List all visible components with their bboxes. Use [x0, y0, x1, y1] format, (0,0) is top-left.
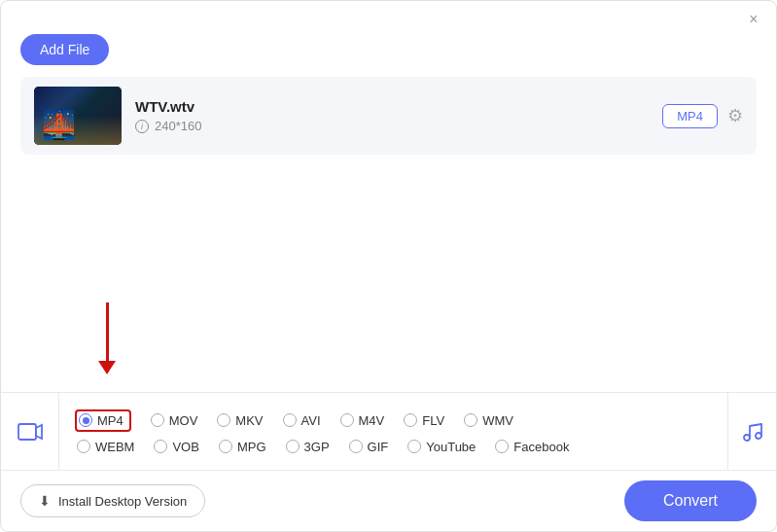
radio-youtube — [407, 440, 421, 453]
format-badge-button[interactable]: MP4 — [662, 104, 718, 128]
radio-flv — [404, 413, 417, 427]
video-format-icon — [1, 393, 59, 470]
format-label-wmv: WMV — [482, 413, 513, 428]
format-label-flv: FLV — [422, 413, 444, 428]
main-window: × Add File WTV.wtv i 240*160 MP4 ⚙ — [0, 0, 777, 532]
install-desktop-button[interactable]: ⬇ Install Desktop Version — [20, 484, 205, 517]
format-option-webm[interactable]: WEBM — [77, 440, 134, 454]
format-label-mkv: MKV — [235, 413, 263, 428]
format-option-flv[interactable]: FLV — [404, 413, 444, 428]
format-row-1: MP4 MOV MKV AVI M4V — [75, 409, 712, 432]
file-item: WTV.wtv i 240*160 MP4 ⚙ — [20, 77, 757, 155]
toolbar: Add File — [1, 28, 776, 77]
file-meta: i 240*160 — [135, 119, 649, 133]
format-label-avi: AVI — [301, 413, 321, 428]
format-options: MP4 MOV MKV AVI M4V — [59, 393, 727, 470]
radio-3gp — [286, 440, 300, 453]
svg-point-2 — [744, 435, 750, 441]
file-list: WTV.wtv i 240*160 MP4 ⚙ — [1, 77, 776, 155]
format-option-gif[interactable]: GIF — [349, 440, 389, 454]
close-button[interactable]: × — [745, 11, 762, 28]
arrow-head — [98, 361, 116, 374]
radio-facebook — [495, 440, 509, 453]
format-option-mp4[interactable]: MP4 — [75, 409, 131, 432]
arrow-line — [106, 302, 109, 361]
format-option-facebook[interactable]: Facebook — [495, 440, 569, 454]
arrow-annotation — [98, 302, 116, 374]
title-bar: × — [1, 1, 776, 28]
file-thumbnail — [34, 87, 122, 145]
format-option-mpg[interactable]: MPG — [219, 440, 266, 454]
format-option-mov[interactable]: MOV — [151, 413, 198, 428]
format-label-mov: MOV — [169, 413, 198, 428]
format-label-mp4: MP4 — [97, 413, 124, 428]
format-label-youtube: YouTube — [426, 440, 476, 454]
file-info: WTV.wtv i 240*160 — [135, 98, 649, 133]
radio-mkv — [217, 413, 230, 427]
format-option-avi[interactable]: AVI — [283, 413, 321, 428]
svg-rect-0 — [18, 424, 36, 440]
radio-vob — [154, 440, 167, 453]
format-option-vob[interactable]: VOB — [154, 440, 198, 454]
file-actions: MP4 ⚙ — [662, 104, 743, 128]
format-row-2: WEBM VOB MPG 3GP GIF — [75, 440, 712, 454]
audio-format-icon[interactable] — [727, 393, 776, 470]
format-label-3gp: 3GP — [304, 440, 330, 454]
convert-button[interactable]: Convert — [624, 480, 757, 521]
action-bar: ⬇ Install Desktop Version Convert — [1, 470, 776, 531]
thumbnail-image — [34, 87, 122, 145]
add-file-button[interactable]: Add File — [20, 34, 109, 65]
format-label-gif: GIF — [368, 440, 389, 454]
radio-webm — [77, 440, 90, 453]
format-label-m4v: M4V — [359, 413, 385, 428]
radio-avi — [283, 413, 297, 427]
file-resolution: 240*160 — [155, 119, 201, 133]
radio-wmv — [464, 413, 477, 427]
svg-marker-1 — [36, 425, 42, 439]
radio-m4v — [340, 413, 354, 427]
format-label-vob: VOB — [172, 440, 198, 454]
radio-mp4-inner — [83, 417, 89, 424]
radio-mp4 — [79, 413, 92, 427]
format-option-m4v[interactable]: M4V — [340, 413, 385, 428]
install-label: Install Desktop Version — [58, 494, 187, 509]
format-option-wmv[interactable]: WMV — [464, 413, 513, 428]
download-icon: ⬇ — [39, 493, 51, 509]
format-option-mkv[interactable]: MKV — [217, 413, 263, 428]
format-label-facebook: Facebook — [513, 440, 569, 454]
format-label-webm: WEBM — [95, 440, 134, 454]
radio-gif — [349, 440, 363, 453]
info-icon: i — [135, 120, 149, 133]
file-name: WTV.wtv — [135, 98, 649, 115]
format-label-mpg: MPG — [237, 440, 266, 454]
main-content-area — [1, 155, 776, 392]
format-option-3gp[interactable]: 3GP — [286, 440, 330, 454]
settings-icon[interactable]: ⚙ — [727, 105, 743, 126]
radio-mpg — [219, 440, 232, 453]
radio-mov — [151, 413, 164, 427]
format-option-youtube[interactable]: YouTube — [407, 440, 476, 454]
format-bar: MP4 MOV MKV AVI M4V — [1, 392, 776, 470]
